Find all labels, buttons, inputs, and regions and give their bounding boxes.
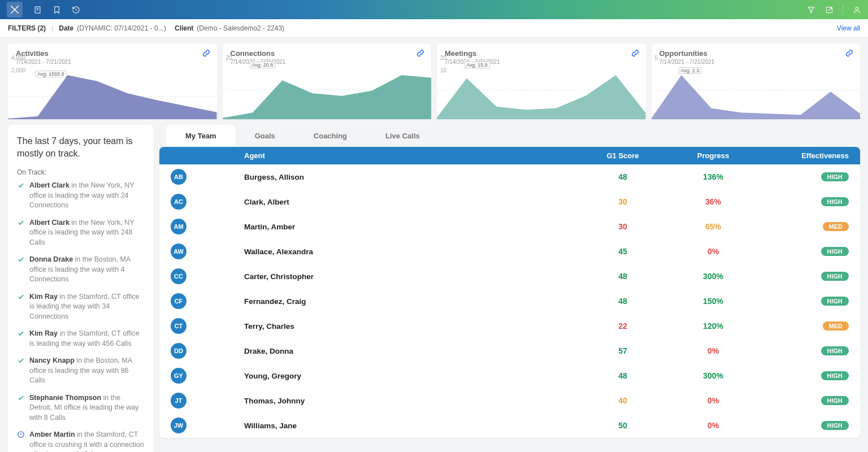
- user-icon[interactable]: [852, 5, 861, 14]
- view-all-link[interactable]: View all: [837, 24, 860, 32]
- svg-point-4: [856, 7, 858, 10]
- agent-name: Fernandez, Craig: [244, 297, 578, 306]
- agent-name: Young, Gregory: [244, 372, 578, 380]
- client-filter-value: (Demo - Salesdemo2 - 2243): [197, 24, 284, 32]
- check-icon: [17, 393, 25, 423]
- filters-count[interactable]: FILTERS (2): [8, 24, 46, 32]
- insights-sidebar: The last 7 days, your team is mostly on …: [8, 125, 154, 452]
- insight-text: Amber Martin in the Stamford, CT office …: [29, 430, 145, 452]
- progress-value: 150%: [668, 297, 758, 306]
- link-icon[interactable]: [631, 49, 639, 59]
- date-filter-label[interactable]: Date: [59, 24, 73, 32]
- progress-value: 36%: [668, 197, 758, 206]
- tab-my-team[interactable]: My Team: [166, 125, 236, 147]
- insight-text: Stephanie Thompson in the Detroit, MI of…: [29, 393, 145, 423]
- effectiveness-badge: HIGH: [821, 197, 849, 206]
- chart-range: 7/14/2021 - 7/21/2021: [659, 59, 853, 65]
- insight-text: Albert Clark in the New York, NY office …: [29, 181, 145, 211]
- th-progress[interactable]: Progress: [668, 151, 758, 160]
- progress-value: 65%: [668, 222, 758, 231]
- table-row[interactable]: AB Burgess, Allison 48 136% HIGH: [159, 164, 860, 189]
- score-value: 48: [578, 297, 668, 306]
- filter-icon[interactable]: [806, 5, 815, 14]
- table-row[interactable]: CC Carter, Christopher 48 300% HIGH: [159, 264, 860, 289]
- table-row[interactable]: AM Martin, Amber 30 65% MED: [159, 214, 860, 239]
- divider: [843, 5, 843, 15]
- chart-range: 7/14/2021 - 7/21/2021: [16, 59, 209, 65]
- top-nav: [0, 0, 868, 19]
- progress-value: 0%: [668, 346, 758, 355]
- link-icon[interactable]: [416, 49, 424, 59]
- chart-body: [437, 69, 646, 119]
- tab-coaching[interactable]: Coaching: [294, 125, 366, 147]
- check-icon: [17, 329, 25, 349]
- effectiveness-badge: HIGH: [821, 297, 849, 306]
- history-icon[interactable]: [71, 5, 80, 14]
- score-value: 40: [578, 396, 668, 405]
- score-value: 48: [578, 371, 668, 380]
- list-item: Nancy Knapp in the Boston, MA office is …: [17, 356, 145, 386]
- app-logo[interactable]: [7, 2, 23, 18]
- bookmark-icon[interactable]: [52, 5, 61, 14]
- agent-name: Williams, Jane: [244, 421, 578, 430]
- top-nav-left: [7, 2, 80, 18]
- th-effectiveness[interactable]: Effectiveness: [758, 151, 849, 160]
- insight-text: Albert Clark in the New York, NY office …: [29, 218, 145, 248]
- list-item: Kim Ray in the Stamford, CT office is le…: [17, 292, 145, 322]
- list-item: Amber Martin in the Stamford, CT office …: [17, 430, 145, 452]
- client-filter-label[interactable]: Client: [175, 24, 193, 32]
- progress-value: 0%: [668, 421, 758, 430]
- table-row[interactable]: GY Young, Gregory 48 300% HIGH: [159, 363, 860, 388]
- agent-name: Wallace, Alexandra: [244, 247, 578, 256]
- avatar: JW: [171, 418, 186, 433]
- chart-body: [652, 69, 861, 119]
- chart-card: Opportunities 7/14/2021 - 7/21/2021 5 Av…: [652, 44, 861, 119]
- score-value: 45: [578, 247, 668, 256]
- effectiveness-badge: HIGH: [821, 346, 849, 355]
- table-row[interactable]: CF Fernandez, Craig 48 150% HIGH: [159, 289, 860, 314]
- list-item: Donna Drake in the Boston, MA office is …: [17, 255, 145, 285]
- avatar: AW: [171, 244, 186, 259]
- chart-body: [8, 69, 217, 119]
- agent-name: Drake, Donna: [244, 347, 578, 355]
- info-icon: [17, 430, 25, 452]
- filter-bar-left: FILTERS (2) | Date (DYNAMIC: 07/14/2021 …: [8, 24, 284, 32]
- charts-row: Activities 7/14/2021 - 7/21/2021 4,0002,…: [0, 38, 868, 125]
- avatar: JT: [171, 393, 186, 408]
- chart-card: Connections 7/14/2021 - 7/21/2021 20 Avg…: [223, 44, 432, 119]
- avg-label: Avg: 20.8: [250, 62, 276, 68]
- table-row[interactable]: CT Terry, Charles 22 120% MED: [159, 314, 860, 338]
- avatar: GY: [171, 368, 186, 384]
- agent-name: Martin, Amber: [244, 223, 578, 231]
- check-icon: [17, 292, 25, 322]
- link-icon[interactable]: [202, 49, 210, 59]
- th-agent[interactable]: Agent: [244, 151, 578, 160]
- page-icon[interactable]: [33, 5, 42, 14]
- list-item: Stephanie Thompson in the Detroit, MI of…: [17, 393, 145, 423]
- top-nav-right: [806, 5, 861, 15]
- export-icon[interactable]: [824, 5, 834, 14]
- table-row[interactable]: DD Drake, Donna 57 0% HIGH: [159, 338, 860, 363]
- avatar: CT: [171, 318, 186, 334]
- chart-title: Meetings: [445, 49, 638, 58]
- tab-live-calls[interactable]: Live Calls: [366, 125, 439, 147]
- table-row[interactable]: JW Williams, Jane 50 0% HIGH: [159, 413, 860, 438]
- table-row[interactable]: AC Clark, Albert 30 36% HIGH: [159, 189, 860, 214]
- th-score[interactable]: G1 Score: [578, 151, 668, 160]
- link-icon[interactable]: [845, 49, 853, 59]
- table-row[interactable]: JT Thomas, Johnny 40 0% HIGH: [159, 388, 860, 413]
- table-row[interactable]: AW Wallace, Alexandra 45 0% HIGH: [159, 239, 860, 264]
- effectiveness-badge: HIGH: [821, 421, 849, 430]
- chart-card: Meetings 7/14/2021 - 7/21/2021 2010 Avg:…: [437, 44, 646, 119]
- list-item: Albert Clark in the New York, NY office …: [17, 181, 145, 211]
- progress-value: 300%: [668, 371, 758, 380]
- progress-value: 0%: [668, 396, 758, 405]
- check-icon: [17, 181, 25, 211]
- list-item: Kim Ray in the Stamford, CT office is le…: [17, 329, 145, 349]
- chart-body: [223, 69, 432, 119]
- tab-goals[interactable]: Goals: [236, 125, 294, 147]
- team-table: Agent G1 Score Progress Effectiveness AB…: [159, 147, 860, 438]
- tabs: My TeamGoalsCoachingLive Calls: [159, 125, 860, 147]
- insight-text: Kim Ray in the Stamford, CT office is le…: [29, 292, 145, 322]
- filter-bar: FILTERS (2) | Date (DYNAMIC: 07/14/2021 …: [0, 19, 868, 38]
